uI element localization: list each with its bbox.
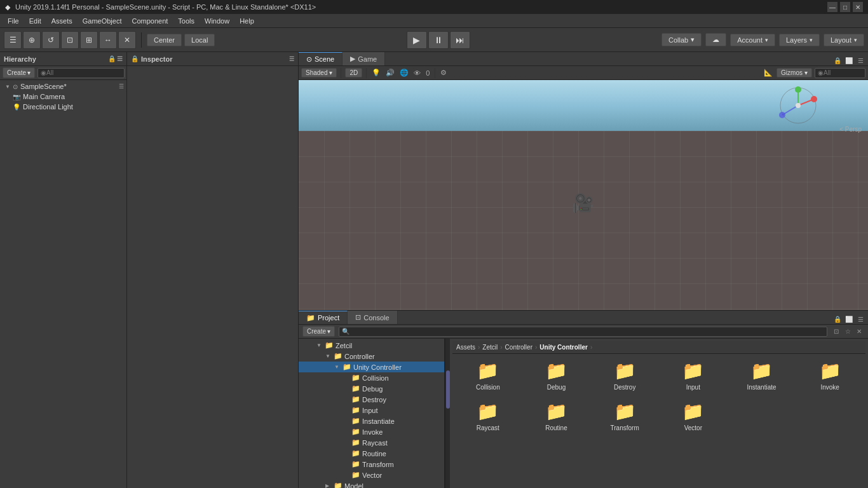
- file-item-raycast[interactable]: 📁Raycast: [455, 397, 521, 435]
- tree-item-instantiate[interactable]: 📁 Instantiate: [299, 416, 444, 426]
- tree-item-invoke[interactable]: 📁 Invoke: [299, 426, 444, 437]
- layout-label: Layout: [831, 36, 851, 44]
- maximize-button[interactable]: □: [840, 2, 850, 12]
- settings-icon[interactable]: ⚙: [439, 67, 448, 78]
- effects-icon[interactable]: 👁: [412, 68, 422, 78]
- file-item-label: Vector: [684, 424, 702, 431]
- tree-item-debug[interactable]: 📁 Debug: [299, 383, 444, 394]
- tree-item-model[interactable]: ▶ 📁 Model: [299, 480, 444, 488]
- breadcrumb-unity-controller[interactable]: Unity Controller: [539, 344, 588, 351]
- file-item-instantiate[interactable]: 📁Instantiate: [729, 356, 795, 395]
- file-item-destroy[interactable]: 📁Destroy: [592, 356, 658, 395]
- project-lock-button[interactable]: 🔒: [832, 314, 843, 324]
- menu-item-window[interactable]: Window: [200, 16, 234, 26]
- hierarchy-item-directionallight[interactable]: 💡 Directional Light: [0, 102, 126, 112]
- hierarchy-lock-icon[interactable]: 🔒: [108, 55, 116, 62]
- center-button[interactable]: Center: [147, 34, 182, 46]
- hierarchy-menu-icon[interactable]: ☰: [117, 55, 123, 62]
- tree-item-collision[interactable]: 📁 Collision: [299, 372, 444, 383]
- tab-scene[interactable]: ⊙ Scene: [299, 52, 342, 65]
- file-item-transform[interactable]: 📁Transform: [592, 397, 658, 435]
- project-create-button[interactable]: Create ▾: [302, 326, 335, 337]
- move-tool[interactable]: ⊕: [23, 31, 41, 49]
- tree-item-input[interactable]: 📁 Input: [299, 405, 444, 416]
- tree-item-unitycontroller[interactable]: ▼ 📁 Unity Controller: [299, 362, 444, 372]
- tab-project[interactable]: 📁 Project: [299, 311, 348, 324]
- folder-icon: 📁: [477, 401, 499, 422]
- transform-tool[interactable]: ↔: [99, 31, 117, 49]
- project-star-button[interactable]: ☆: [843, 327, 853, 337]
- hierarchy-item-maincamera[interactable]: 📷 Main Camera: [0, 92, 126, 102]
- tree-scrollbar[interactable]: [445, 339, 450, 488]
- breadcrumb-zetcil[interactable]: Zetcil: [482, 344, 498, 351]
- close-button[interactable]: ✕: [853, 2, 863, 12]
- file-item-routine[interactable]: 📁Routine: [524, 397, 590, 435]
- shading-label: Shaded: [306, 69, 327, 76]
- hierarchy-menu-icon[interactable]: ☰: [119, 83, 124, 90]
- menu-item-assets[interactable]: Assets: [46, 16, 78, 26]
- account-button[interactable]: Account ▾: [730, 34, 775, 46]
- project-menu-button[interactable]: ☰: [855, 314, 865, 324]
- inspector-menu-icon[interactable]: ☰: [289, 56, 294, 62]
- local-button[interactable]: Local: [184, 34, 215, 46]
- file-item-invoke[interactable]: 📁Invoke: [797, 356, 863, 395]
- file-item-collision[interactable]: 📁Collision: [455, 356, 521, 395]
- scene-search-input[interactable]: [815, 68, 865, 78]
- layers-button[interactable]: Layers ▾: [779, 34, 820, 46]
- menu-item-tools[interactable]: Tools: [173, 16, 200, 26]
- aspect-icon[interactable]: 📐: [763, 67, 774, 78]
- collab-button[interactable]: Collab ▾: [661, 33, 702, 46]
- project-filter-button[interactable]: ⊡: [831, 327, 841, 337]
- menu-item-file[interactable]: File: [3, 16, 24, 26]
- gizmos-button[interactable]: Gizmos ▾: [776, 68, 812, 78]
- tab-console[interactable]: ⊡ Console: [348, 311, 397, 324]
- step-button[interactable]: ⏭: [450, 31, 470, 49]
- breadcrumb-assets[interactable]: Assets: [456, 344, 475, 351]
- file-item-vector[interactable]: 📁Vector: [660, 397, 726, 435]
- cloud-button[interactable]: ☁: [705, 33, 726, 46]
- inspector-lock-icon[interactable]: 🔒: [131, 55, 139, 62]
- project-search-input[interactable]: [339, 327, 827, 337]
- pause-button[interactable]: ⏸: [428, 31, 449, 49]
- 2d-button[interactable]: 2D: [345, 68, 362, 78]
- tree-item-transform[interactable]: 📁 Transform: [299, 459, 444, 470]
- project-close-button[interactable]: ✕: [854, 327, 864, 337]
- hierarchy-item-samplescene[interactable]: ▼ ⊙ SampleScene* ☰: [0, 81, 126, 92]
- menu-item-gameobject[interactable]: GameObject: [78, 16, 127, 26]
- tab-menu-button[interactable]: ☰: [855, 55, 865, 65]
- scale-tool[interactable]: ⊡: [61, 31, 79, 49]
- minimize-button[interactable]: —: [827, 2, 837, 12]
- menu-item-component[interactable]: Component: [126, 16, 173, 26]
- project-maximize-button[interactable]: ⬜: [844, 314, 854, 324]
- rotate-tool[interactable]: ↺: [42, 31, 60, 49]
- layout-button[interactable]: Layout ▾: [824, 34, 864, 46]
- tree-item-routine[interactable]: 📁 Routine: [299, 448, 444, 459]
- tree-item-vector[interactable]: 📁 Vector: [299, 470, 444, 480]
- file-item-debug[interactable]: 📁Debug: [524, 356, 590, 395]
- hierarchy-search-input[interactable]: [37, 68, 125, 78]
- tree-item-destroy[interactable]: 📁 Destroy: [299, 394, 444, 405]
- scene-icon: ⊙: [13, 83, 18, 90]
- folder-icon: 📁: [351, 428, 360, 436]
- play-button[interactable]: ▶: [407, 31, 427, 49]
- tab-lock-button[interactable]: 🔒: [832, 55, 843, 65]
- skybox-icon[interactable]: 🌐: [398, 67, 410, 78]
- breadcrumb-controller[interactable]: Controller: [505, 344, 532, 351]
- tree-item-raycast[interactable]: 📁 Raycast: [299, 437, 444, 448]
- menu-item-edit[interactable]: Edit: [24, 16, 46, 26]
- tab-maximize-button[interactable]: ⬜: [844, 55, 854, 65]
- scene-viewport[interactable]: 🎥 < Persp: [299, 80, 868, 310]
- audio-icon[interactable]: 🔊: [384, 67, 396, 78]
- tree-label: Zetcil: [336, 342, 352, 349]
- tree-item-controller[interactable]: ▼ 📁 Controller: [299, 351, 444, 362]
- rect-tool[interactable]: ⊞: [80, 31, 98, 49]
- tree-item-zetcil[interactable]: ▼ 📁 Zetcil: [299, 340, 444, 351]
- lighting-icon[interactable]: 💡: [370, 67, 382, 78]
- hierarchy-create-button[interactable]: Create ▾: [3, 67, 35, 78]
- file-item-input[interactable]: 📁Input: [660, 356, 726, 395]
- hand-tool[interactable]: ☰: [4, 31, 22, 49]
- menu-item-help[interactable]: Help: [234, 16, 259, 26]
- tab-game[interactable]: ▶ Game: [342, 52, 385, 65]
- custom-tool[interactable]: ✕: [118, 31, 136, 49]
- shading-mode-button[interactable]: Shaded ▾: [301, 68, 337, 78]
